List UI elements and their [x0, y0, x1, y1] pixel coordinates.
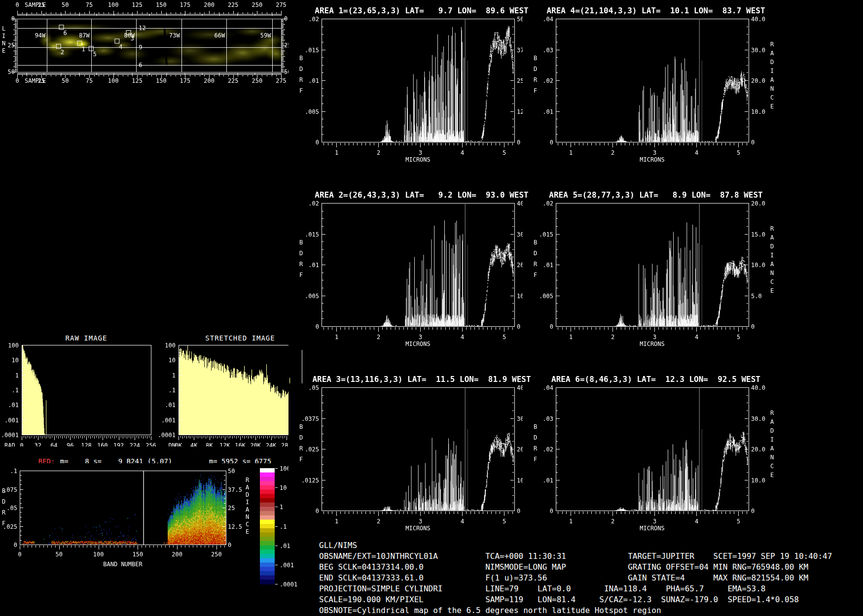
spectrum-title-area-3: AREA 3=(13,116,3,3) LAT= 11.5 LON= 81.9 …	[308, 375, 535, 384]
metadata-line-4: END SCLK=04137333.61.0 F(1 u)=373.56 GAI…	[319, 573, 832, 583]
cylindrical-map-chart	[0, 0, 305, 87]
metadata-line-3: BEG SCLK=04137314.00.0 NIMSMODE=LONG MAP…	[319, 562, 832, 573]
spectrum-chart-area-6	[523, 383, 775, 534]
map-panel	[0, 0, 305, 87]
spectrum-title-area-2: AREA 2=(26,43,3,3) LAT= 9.2 LON= 93.0 WE…	[308, 190, 535, 200]
nims-analysis-display: { "app": {"background": "#000000", "fore…	[0, 0, 863, 616]
spectrum-title-area-1: AREA 1=(23,65,3,3) LAT= 9.7 LON= 89.6 WE…	[308, 6, 535, 15]
spectrum-chart-area-3	[288, 383, 541, 534]
raw-histogram-chart	[0, 341, 168, 446]
metadata-line-2: OBSNAME/EXT=10JNTHRCYL01A TCA=+000 11:30…	[319, 551, 832, 562]
bdrf-band-density-chart	[0, 463, 307, 587]
metadata-line-6: SCALE=190.000 KM/PIXEL SAMP=119 LON=81.4…	[319, 594, 832, 605]
spectrum-panel-area-4: AREA 4=(21,104,3,3) LAT= 10.1 LON= 83.7 …	[523, 6, 775, 166]
spectrum-panel-area-5: AREA 5=(28,77,3,3) LAT= 8.9 LON= 87.8 WE…	[523, 190, 775, 350]
observation-metadata-block: GLL/NIMSOBSNAME/EXT=10JNTHRCYL01A TCA=+0…	[319, 540, 832, 616]
spectrum-title-area-4: AREA 4=(21,104,3,3) LAT= 10.1 LON= 83.7 …	[542, 6, 769, 15]
spectrum-title-area-5: AREA 5=(28,77,3,3) LAT= 8.9 LON= 87.8 WE…	[542, 190, 769, 200]
metadata-line-5: PROJECTION=SIMPLE CYLINDRI LINE=79 LAT=0…	[319, 583, 832, 594]
spectrum-title-area-6: AREA 6=(8,46,3,3) LAT= 12.3 LON= 92.5 WE…	[542, 375, 769, 384]
spectrum-chart-area-4	[523, 15, 775, 166]
spectrum-chart-area-1	[288, 15, 541, 166]
metadata-line-1: GLL/NIMS	[319, 540, 832, 551]
spectrum-chart-area-5	[523, 199, 775, 350]
spectrum-panel-area-2: AREA 2=(26,43,3,3) LAT= 9.2 LON= 93.0 WE…	[288, 190, 541, 350]
spectrum-panel-area-6: AREA 6=(8,46,3,3) LAT= 12.3 LON= 92.5 WE…	[523, 375, 775, 534]
metadata-line-7: OBSNOTE=Cylindrical map of the 6.5 degre…	[319, 605, 832, 616]
spectrum-chart-area-2	[288, 199, 541, 350]
spectrum-panel-area-3: AREA 3=(13,116,3,3) LAT= 11.5 LON= 81.9 …	[288, 375, 541, 534]
spectrum-panel-area-1: AREA 1=(23,65,3,3) LAT= 9.7 LON= 89.6 WE…	[288, 6, 541, 166]
